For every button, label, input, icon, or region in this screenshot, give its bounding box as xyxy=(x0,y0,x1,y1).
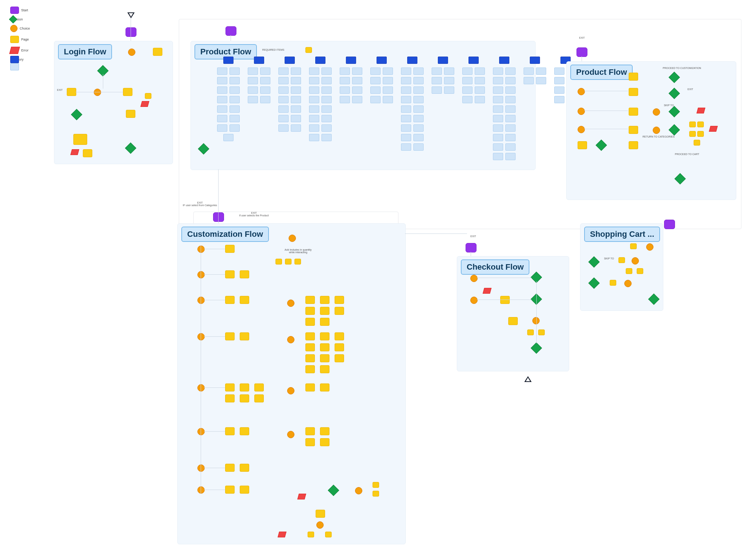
product-card[interactable] xyxy=(413,86,424,94)
category-folder-icon[interactable] xyxy=(346,57,356,64)
error-node[interactable] xyxy=(697,108,705,113)
error-node[interactable] xyxy=(709,126,718,132)
login-start-node[interactable] xyxy=(126,27,136,37)
page-node[interactable] xyxy=(618,257,625,263)
page-node[interactable] xyxy=(637,268,643,274)
page-node[interactable] xyxy=(225,270,235,278)
product-card[interactable] xyxy=(413,124,424,132)
product-card[interactable] xyxy=(321,105,332,113)
product-card[interactable] xyxy=(505,124,516,132)
choice-node[interactable] xyxy=(470,297,478,304)
page-node[interactable] xyxy=(305,47,312,53)
product-card[interactable] xyxy=(401,77,411,84)
product-card[interactable] xyxy=(278,96,289,103)
page-node[interactable] xyxy=(305,343,315,351)
product-card[interactable] xyxy=(493,153,503,160)
product-card[interactable] xyxy=(230,115,240,122)
page-node[interactable] xyxy=(527,329,534,335)
category-folder-icon[interactable] xyxy=(407,57,417,64)
page-node[interactable] xyxy=(500,296,510,304)
product-card[interactable] xyxy=(401,115,411,122)
page-node[interactable] xyxy=(308,532,314,537)
choice-node[interactable] xyxy=(94,89,101,96)
product-card[interactable] xyxy=(291,67,301,75)
choice-node[interactable] xyxy=(287,431,294,438)
product-card[interactable] xyxy=(505,67,516,75)
page-node[interactable] xyxy=(305,427,315,435)
product-card[interactable] xyxy=(260,77,270,84)
choice-node[interactable] xyxy=(578,126,585,133)
choice-node[interactable] xyxy=(197,464,205,472)
product-card[interactable] xyxy=(493,115,503,122)
choice-node[interactable] xyxy=(316,521,324,529)
choice-node[interactable] xyxy=(578,108,585,115)
product-card[interactable] xyxy=(291,86,301,94)
choice-node[interactable] xyxy=(624,280,632,287)
product-card[interactable] xyxy=(248,67,258,75)
page-node[interactable] xyxy=(325,532,332,537)
choice-node[interactable] xyxy=(632,257,639,265)
product-card[interactable] xyxy=(340,86,350,94)
page-node[interactable] xyxy=(225,332,235,340)
page-node[interactable] xyxy=(305,332,315,340)
page-node[interactable] xyxy=(153,48,162,56)
product-card[interactable] xyxy=(505,115,516,122)
choice-node[interactable] xyxy=(197,297,205,304)
product-card[interactable] xyxy=(321,96,332,103)
page-node[interactable] xyxy=(335,296,344,304)
decision-node[interactable] xyxy=(198,143,209,154)
product-card[interactable] xyxy=(321,134,332,141)
error-node[interactable] xyxy=(297,494,306,499)
error-node[interactable] xyxy=(483,288,491,294)
page-node[interactable] xyxy=(629,73,638,81)
page-node[interactable] xyxy=(689,121,696,127)
product-card[interactable] xyxy=(413,77,424,84)
product-card[interactable] xyxy=(493,77,503,84)
decision-node[interactable] xyxy=(71,109,82,120)
product-card[interactable] xyxy=(340,77,350,84)
product-card[interactable] xyxy=(217,124,227,132)
page-node[interactable] xyxy=(578,141,587,149)
customization-flow-container[interactable]: Customization Flow Add includes in quant… xyxy=(177,223,406,544)
product-card[interactable] xyxy=(217,115,227,122)
product-card[interactable] xyxy=(505,143,516,151)
product-card[interactable] xyxy=(475,96,485,103)
page-node[interactable] xyxy=(240,296,249,304)
product-card[interactable] xyxy=(401,67,411,75)
product-card[interactable] xyxy=(352,77,362,84)
product-card[interactable] xyxy=(248,86,258,94)
page-node[interactable] xyxy=(225,296,235,304)
page-node[interactable] xyxy=(240,427,249,435)
product-card[interactable] xyxy=(278,105,289,113)
choice-node[interactable] xyxy=(197,246,205,253)
product-card[interactable] xyxy=(248,96,258,103)
page-node[interactable] xyxy=(373,491,379,497)
page-node[interactable] xyxy=(320,354,329,362)
page-node[interactable] xyxy=(254,383,264,391)
page-node[interactable] xyxy=(694,140,700,146)
page-node[interactable] xyxy=(316,510,325,518)
page-node[interactable] xyxy=(320,383,329,391)
diagram-canvas[interactable]: Start Decision Choice Page Error Categor… xyxy=(0,0,756,548)
checkout-flow-container[interactable]: Checkout Flow xyxy=(457,256,569,371)
product-card[interactable] xyxy=(370,77,381,84)
cart-start-node[interactable] xyxy=(664,220,675,229)
product-card[interactable] xyxy=(413,115,424,122)
choice-node[interactable] xyxy=(578,88,585,95)
product-card[interactable] xyxy=(278,77,289,84)
page-node[interactable] xyxy=(320,296,329,304)
product-card[interactable] xyxy=(475,77,485,84)
category-folder-icon[interactable] xyxy=(377,57,387,64)
product-card[interactable] xyxy=(217,77,227,84)
page-node[interactable] xyxy=(335,343,344,351)
product-card[interactable] xyxy=(493,86,503,94)
product-card[interactable] xyxy=(230,86,240,94)
product-card[interactable] xyxy=(278,115,289,122)
product-card[interactable] xyxy=(230,96,240,103)
product-card[interactable] xyxy=(401,143,411,151)
page-node[interactable] xyxy=(145,93,151,99)
choice-node[interactable] xyxy=(287,387,294,394)
decision-node[interactable] xyxy=(648,293,659,305)
page-node[interactable] xyxy=(320,427,329,435)
product-card[interactable] xyxy=(309,86,319,94)
